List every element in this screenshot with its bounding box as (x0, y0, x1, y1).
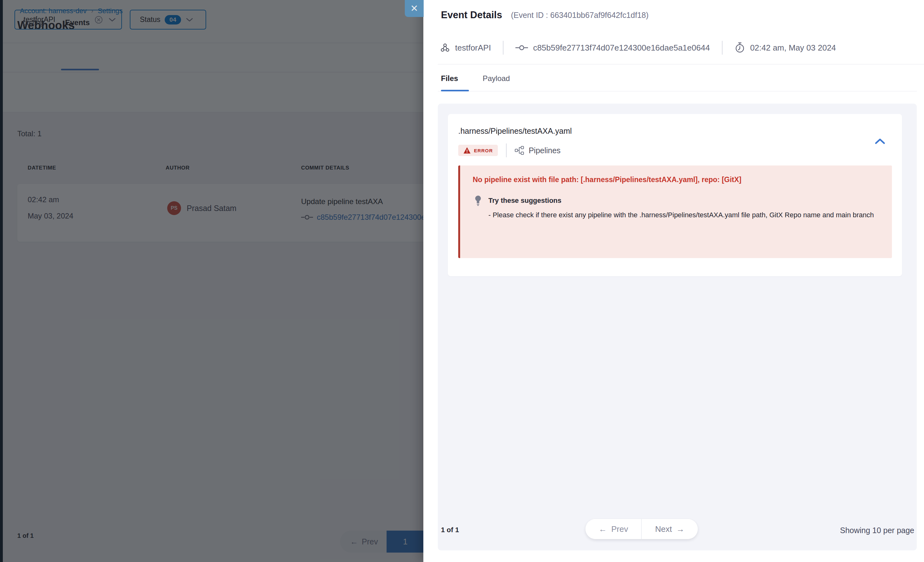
header-divider (438, 64, 924, 64)
modal-dim-overlay[interactable] (0, 0, 424, 562)
file-card: .harness/Pipelines/testAXA.yaml ERROR (448, 114, 902, 276)
prev-label: Prev (611, 524, 628, 534)
webhook-name: testforAPI (455, 43, 491, 53)
close-icon: ✕ (410, 4, 418, 13)
webhook-icon (440, 43, 450, 53)
next-label: Next (655, 524, 672, 534)
meta-divider (503, 41, 504, 55)
drawer-title: Event Details (441, 9, 502, 21)
lightbulb-icon (474, 195, 482, 206)
screen: Account: harness-dev › Settings Webhooks… (0, 0, 924, 562)
commit-hash: c85b59fe27713f74d07e124300e16dae5a1e0644 (533, 43, 710, 53)
error-message-box: No pipeline exist with file path: [.harn… (458, 166, 892, 258)
webhook-meta: testforAPI (440, 43, 491, 53)
error-status-label: ERROR (474, 148, 493, 153)
event-meta-row: testforAPI c85b59fe27713f74d07e124300e16… (440, 41, 836, 55)
status-divider (506, 143, 507, 157)
commit-icon (515, 44, 528, 51)
entity-label: Pipelines (529, 146, 560, 155)
suggestion-heading: Try these suggestions (488, 197, 561, 205)
pipelines-icon (515, 146, 524, 155)
per-page-label: Showing 10 per page (840, 526, 914, 535)
arrow-right-icon: → (676, 524, 684, 534)
meta-divider (722, 41, 723, 55)
tab-payload[interactable]: Payload (483, 74, 510, 87)
clock-icon (735, 42, 745, 53)
suggestion-text: - Please check if there exist any pipeli… (488, 209, 874, 221)
drawer-pagination: ← Prev Next → (585, 519, 698, 539)
drawer-close-button[interactable]: ✕ (405, 0, 424, 17)
drawer-footer: 1 of 1 ← Prev Next → Showing 10 per page (438, 519, 917, 542)
arrow-left-icon: ← (599, 524, 607, 534)
tab-files[interactable]: Files (441, 74, 458, 87)
prev-button[interactable]: ← Prev (585, 519, 642, 539)
commit-meta: c85b59fe27713f74d07e124300e16dae5a1e0644 (515, 43, 710, 53)
active-tab-underline (441, 90, 469, 91)
warning-triangle-icon (463, 147, 471, 154)
chevron-up-icon (874, 138, 886, 145)
event-details-drawer: Event Details (Event ID : 663401bb67af9f… (423, 0, 924, 562)
event-id: (Event ID : 663401bb67af9f642fc1df18) (511, 10, 649, 20)
drawer-page-count: 1 of 1 (441, 526, 459, 534)
error-title: No pipeline exist with file path: [.harn… (472, 175, 741, 184)
error-status-badge: ERROR (458, 145, 498, 156)
file-path: .harness/Pipelines/testAXA.yaml (458, 127, 572, 136)
timestamp: 02:42 am, May 03 2024 (750, 43, 836, 53)
next-button[interactable]: Next → (642, 519, 698, 539)
timestamp-meta: 02:42 am, May 03 2024 (735, 42, 836, 53)
files-panel: .harness/Pipelines/testAXA.yaml ERROR (438, 104, 917, 550)
tabs-divider (438, 91, 917, 91)
collapse-card-button[interactable] (874, 136, 886, 146)
